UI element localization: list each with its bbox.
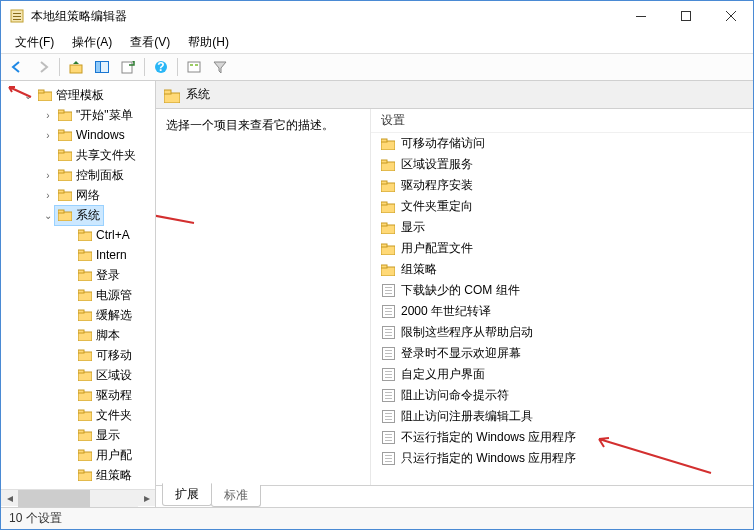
up-button[interactable] xyxy=(64,56,88,78)
tree-node[interactable]: Intern xyxy=(1,245,155,265)
tree-label: Ctrl+A xyxy=(96,228,130,242)
tree-node[interactable]: 组策略 xyxy=(1,465,155,485)
collapse-icon[interactable]: ⌄ xyxy=(21,90,35,101)
back-button[interactable] xyxy=(5,56,29,78)
collapse-icon[interactable]: ⌄ xyxy=(41,210,55,221)
scroll-left-icon[interactable]: ◂ xyxy=(1,490,18,507)
list-item-folder[interactable]: 驱动程序安装 xyxy=(371,175,753,196)
svg-rect-108 xyxy=(385,461,392,462)
svg-rect-94 xyxy=(385,392,392,393)
tree-label: Intern xyxy=(96,248,127,262)
tree-node[interactable]: 用户配 xyxy=(1,445,155,465)
svg-rect-20 xyxy=(58,110,64,113)
tree-node[interactable]: ›"开始"菜单 xyxy=(1,105,155,125)
tree-node[interactable]: 可移动 xyxy=(1,345,155,365)
menu-help[interactable]: 帮助(H) xyxy=(180,32,237,53)
svg-rect-52 xyxy=(78,430,84,433)
tree-node[interactable]: 驱动程 xyxy=(1,385,155,405)
show-hide-tree-button[interactable] xyxy=(90,56,114,78)
scroll-thumb[interactable] xyxy=(18,490,90,507)
list-item-folder[interactable]: 显示 xyxy=(371,217,753,238)
forward-button[interactable] xyxy=(31,56,55,78)
folder-icon xyxy=(58,109,72,121)
list-body[interactable]: 可移动存储访问区域设置服务驱动程序安装文件夹重定向显示用户配置文件组策略下载缺少… xyxy=(371,133,753,469)
tree-label: 组策略 xyxy=(96,467,132,484)
setting-icon xyxy=(381,410,395,424)
tree-label: 缓解选 xyxy=(96,307,132,324)
svg-rect-88 xyxy=(385,356,392,357)
tree-hscroll[interactable]: ◂ ▸ xyxy=(1,489,155,506)
tree-node-system[interactable]: ⌄系统 xyxy=(1,205,155,225)
list-item-folder[interactable]: 区域设置服务 xyxy=(371,154,753,175)
menu-file[interactable]: 文件(F) xyxy=(7,32,62,53)
expand-icon[interactable]: › xyxy=(41,170,55,181)
tree-label: 脚本 xyxy=(96,327,120,344)
export-button[interactable] xyxy=(116,56,140,78)
expand-icon[interactable]: › xyxy=(41,110,55,121)
folder-icon xyxy=(381,221,395,235)
svg-rect-44 xyxy=(78,350,84,353)
list-item-setting[interactable]: 阻止访问命令提示符 xyxy=(371,385,753,406)
folder-icon xyxy=(381,158,395,172)
list-item-setting[interactable]: 阻止访问注册表编辑工具 xyxy=(371,406,753,427)
expand-icon[interactable]: › xyxy=(41,190,55,201)
tree-label: 网络 xyxy=(76,187,100,204)
tree-node[interactable]: 电源管 xyxy=(1,285,155,305)
svg-rect-8 xyxy=(70,65,82,73)
tree-node[interactable]: 脚本 xyxy=(1,325,155,345)
svg-rect-79 xyxy=(385,311,392,312)
tree-pane: ⌄ 管理模板 ›"开始"菜单 ›Windows 共享文件夹 ›控制面板 ›网络 … xyxy=(1,81,156,507)
svg-rect-75 xyxy=(385,290,392,291)
minimize-button[interactable] xyxy=(618,1,663,31)
expand-icon[interactable]: › xyxy=(41,130,55,141)
list-item-setting[interactable]: 自定义用户界面 xyxy=(371,364,753,385)
svg-rect-62 xyxy=(381,160,387,163)
scroll-right-icon[interactable]: ▸ xyxy=(138,490,155,507)
list-item-label: 可移动存储访问 xyxy=(401,135,485,152)
list-item-setting[interactable]: 不运行指定的 Windows 应用程序 xyxy=(371,427,753,448)
folder-icon xyxy=(78,289,92,301)
setting-icon xyxy=(381,389,395,403)
list-item-folder[interactable]: 用户配置文件 xyxy=(371,238,753,259)
separator xyxy=(144,58,145,76)
properties-button[interactable] xyxy=(182,56,206,78)
svg-rect-42 xyxy=(78,330,84,333)
menu-view[interactable]: 查看(V) xyxy=(122,32,178,53)
list-item-setting[interactable]: 只运行指定的 Windows 应用程序 xyxy=(371,448,753,469)
tree-node[interactable]: 文件夹 xyxy=(1,405,155,425)
tree-node[interactable]: ›Windows xyxy=(1,125,155,145)
tree-node[interactable]: 共享文件夹 xyxy=(1,145,155,165)
tree-node[interactable]: ›网络 xyxy=(1,185,155,205)
tree-node[interactable]: 登录 xyxy=(1,265,155,285)
tree-node-root[interactable]: ⌄ 管理模板 xyxy=(1,85,155,105)
tree-node[interactable]: ›控制面板 xyxy=(1,165,155,185)
help-button[interactable]: ? xyxy=(149,56,173,78)
setting-icon xyxy=(381,431,395,445)
list-item-folder[interactable]: 文件夹重定向 xyxy=(371,196,753,217)
tree-node[interactable]: 区域设 xyxy=(1,365,155,385)
list-item-setting[interactable]: 2000 年世纪转译 xyxy=(371,301,753,322)
list-item-setting[interactable]: 下载缺少的 COM 组件 xyxy=(371,280,753,301)
svg-rect-64 xyxy=(381,181,387,184)
scroll-track[interactable] xyxy=(18,490,138,507)
folder-icon xyxy=(58,129,72,141)
list-item-folder[interactable]: 可移动存储访问 xyxy=(371,133,753,154)
list-header-settings[interactable]: 设置 xyxy=(371,109,753,133)
tree-node[interactable]: Ctrl+A xyxy=(1,225,155,245)
tab-extended[interactable]: 扩展 xyxy=(162,483,212,506)
tab-standard[interactable]: 标准 xyxy=(211,485,261,507)
tree[interactable]: ⌄ 管理模板 ›"开始"菜单 ›Windows 共享文件夹 ›控制面板 ›网络 … xyxy=(1,81,155,489)
svg-rect-46 xyxy=(78,370,84,373)
svg-rect-90 xyxy=(385,371,392,372)
list-item-setting[interactable]: 限制这些程序从帮助启动 xyxy=(371,322,753,343)
maximize-button[interactable] xyxy=(663,1,708,31)
tree-node[interactable]: 显示 xyxy=(1,425,155,445)
svg-rect-74 xyxy=(385,287,392,288)
close-button[interactable] xyxy=(708,1,753,31)
list-item-folder[interactable]: 组策略 xyxy=(371,259,753,280)
filter-button[interactable] xyxy=(208,56,232,78)
list-item-setting[interactable]: 登录时不显示欢迎屏幕 xyxy=(371,343,753,364)
tree-node[interactable]: 缓解选 xyxy=(1,305,155,325)
menu-action[interactable]: 操作(A) xyxy=(64,32,120,53)
tree-label: 登录 xyxy=(96,267,120,284)
